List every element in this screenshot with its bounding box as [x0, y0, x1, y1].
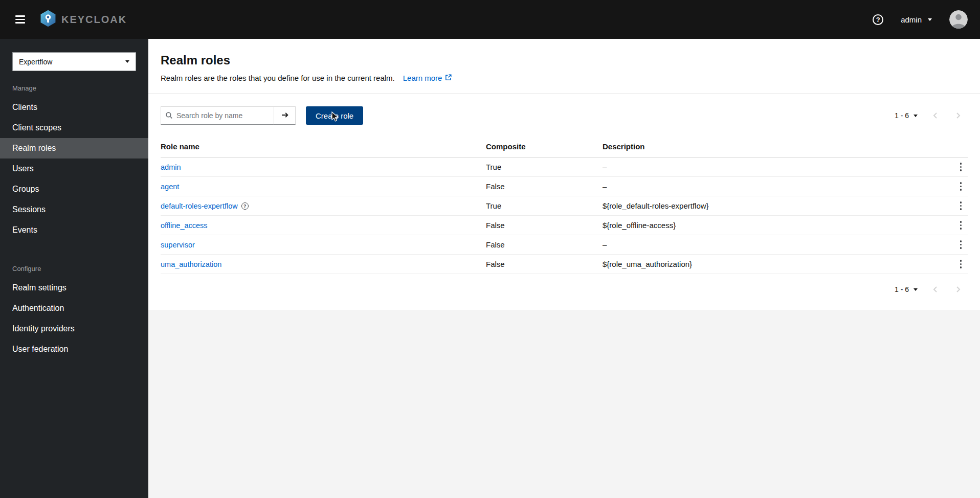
realm-roles-table: Role name Composite Description admin Tr… — [161, 140, 968, 274]
kebab-menu-icon — [960, 201, 962, 203]
role-name-link[interactable]: offline_access — [161, 221, 208, 230]
role-search-input[interactable] — [161, 106, 274, 125]
chevron-right-icon — [954, 285, 962, 293]
actions-cell — [939, 160, 968, 174]
chevron-right-icon — [954, 111, 962, 120]
pagination-next-button[interactable] — [948, 106, 968, 125]
nav-section-title: Configure — [0, 256, 148, 278]
chevron-left-icon — [931, 285, 940, 293]
content-section: Create role 1 - 6 — [148, 94, 980, 310]
masthead-right: admin — [873, 10, 968, 29]
sidebar-item-groups[interactable]: Groups — [0, 179, 148, 199]
role-name-link[interactable]: default-roles-expertflow — [161, 202, 238, 210]
page-header: Realm roles Realm roles are the roles th… — [148, 39, 980, 94]
role-name-link[interactable]: agent — [161, 183, 179, 191]
sidebar-item-events[interactable]: Events — [0, 220, 148, 240]
pagination-range-toggle[interactable]: 1 - 6 — [889, 281, 923, 298]
realm-selector[interactable]: Expertflow — [12, 52, 136, 71]
kebab-menu-button[interactable] — [956, 257, 966, 271]
actions-cell — [939, 257, 968, 271]
table-body: admin True – agent False – — [161, 157, 968, 274]
pagination-range-toggle[interactable]: 1 - 6 — [889, 107, 923, 124]
keycloak-logo[interactable]: KEYCLOAK — [39, 10, 127, 29]
actions-cell — [939, 198, 968, 213]
kebab-menu-icon — [960, 240, 962, 242]
help-icon[interactable] — [873, 14, 883, 25]
column-header-role-name: Role name — [161, 142, 486, 151]
role-name-cell: supervisor — [161, 241, 486, 249]
actions-cell — [939, 179, 968, 194]
sidebar: Expertflow Manage ClientsClient scopesRe… — [0, 39, 148, 498]
pagination-next-button[interactable] — [948, 280, 968, 299]
description-cell: ${role_default-roles-expertflow} — [603, 201, 939, 210]
hamburger-icon — [15, 15, 25, 17]
search-submit-button[interactable] — [274, 106, 296, 125]
actions-cell — [939, 237, 968, 252]
kebab-menu-button[interactable] — [956, 237, 966, 252]
create-role-button[interactable]: Create role — [306, 106, 363, 125]
pagination-top: 1 - 6 — [889, 106, 968, 125]
pagination-prev-button[interactable] — [926, 106, 945, 125]
pagination-prev-button[interactable] — [926, 280, 945, 299]
kebab-menu-button[interactable] — [956, 218, 966, 233]
description-cell: – — [603, 240, 939, 249]
sidebar-item-identity-providers[interactable]: Identity providers — [0, 319, 148, 339]
role-name-cell: uma_authorization — [161, 260, 486, 268]
sidebar-nav: Manage ClientsClient scopesRealm rolesUs… — [0, 75, 148, 359]
role-name-cell: offline_access — [161, 221, 486, 230]
role-name-cell: agent — [161, 183, 486, 191]
user-avatar-icon — [949, 10, 968, 29]
chevron-down-icon — [914, 115, 918, 117]
page-subtitle: Realm roles are the roles that you defin… — [161, 74, 395, 82]
learn-more-link[interactable]: Learn more — [403, 74, 452, 82]
keycloak-logo-icon — [39, 10, 57, 29]
composite-cell: True — [486, 163, 603, 171]
search-icon — [165, 111, 173, 121]
column-header-composite: Composite — [486, 142, 603, 151]
table-header-row: Role name Composite Description — [161, 140, 968, 157]
kebab-menu-button[interactable] — [956, 179, 966, 194]
question-circle-icon[interactable] — [241, 202, 249, 210]
nav-section: Configure Realm settingsAuthenticationId… — [0, 256, 148, 359]
description-cell: ${role_offline-access} — [603, 221, 939, 230]
actions-cell — [939, 218, 968, 233]
toolbar: Create role 1 - 6 — [161, 106, 968, 125]
arrow-right-icon — [281, 111, 289, 121]
chevron-down-icon — [125, 60, 129, 63]
kebab-menu-icon — [960, 163, 962, 165]
user-menu-toggle[interactable]: admin — [901, 15, 932, 24]
table-row: uma_authorization False ${role_uma_autho… — [161, 255, 968, 274]
chevron-down-icon — [914, 288, 918, 291]
avatar[interactable] — [949, 10, 968, 29]
sidebar-item-user-federation[interactable]: User federation — [0, 339, 148, 359]
composite-cell: False — [486, 260, 603, 268]
nav-list: Realm settingsAuthenticationIdentity pro… — [0, 278, 148, 359]
chevron-down-icon — [928, 18, 932, 21]
main-content: Realm roles Realm roles are the roles th… — [148, 39, 980, 498]
sidebar-item-realm-settings[interactable]: Realm settings — [0, 278, 148, 298]
page-title: Realm roles — [161, 53, 968, 67]
kebab-menu-icon — [960, 221, 962, 223]
composite-cell: False — [486, 182, 603, 191]
kebab-menu-button[interactable] — [956, 160, 966, 174]
sidebar-item-realm-roles[interactable]: Realm roles — [0, 138, 148, 159]
sidebar-item-client-scopes[interactable]: Client scopes — [0, 118, 148, 138]
role-name-link[interactable]: admin — [161, 163, 181, 171]
role-name-link[interactable]: supervisor — [161, 241, 195, 249]
sidebar-item-sessions[interactable]: Sessions — [0, 199, 148, 220]
masthead: KEYCLOAK admin — [0, 0, 980, 39]
composite-cell: False — [486, 221, 603, 230]
column-header-description: Description — [603, 142, 939, 151]
sidebar-item-authentication[interactable]: Authentication — [0, 298, 148, 319]
role-name-cell: default-roles-expertflow — [161, 202, 486, 210]
kebab-menu-button[interactable] — [956, 198, 966, 213]
role-name-link[interactable]: uma_authorization — [161, 260, 221, 268]
sidebar-item-clients[interactable]: Clients — [0, 97, 148, 118]
nav-list: ClientsClient scopesRealm rolesUsersGrou… — [0, 97, 148, 240]
nav-toggle-button[interactable] — [12, 12, 28, 27]
sidebar-item-users[interactable]: Users — [0, 159, 148, 179]
table-row: default-roles-expertflow True ${role_def… — [161, 196, 968, 216]
table-row: offline_access False ${role_offline-acce… — [161, 216, 968, 235]
table-row: supervisor False – — [161, 235, 968, 255]
external-link-icon — [445, 74, 452, 82]
